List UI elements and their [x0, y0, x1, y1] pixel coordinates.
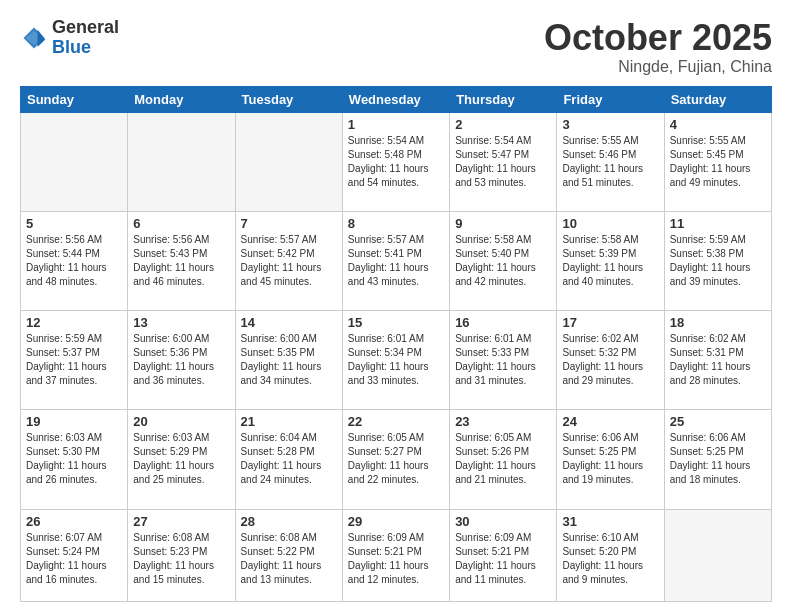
calendar-cell	[21, 112, 128, 211]
calendar-cell: 25Sunrise: 6:06 AM Sunset: 5:25 PM Dayli…	[664, 410, 771, 509]
calendar-week-row: 26Sunrise: 6:07 AM Sunset: 5:24 PM Dayli…	[21, 509, 772, 601]
day-number: 14	[241, 315, 337, 330]
calendar-cell: 1Sunrise: 5:54 AM Sunset: 5:48 PM Daylig…	[342, 112, 449, 211]
weekday-header-thursday: Thursday	[450, 86, 557, 112]
day-info: Sunrise: 5:59 AM Sunset: 5:38 PM Dayligh…	[670, 233, 766, 289]
day-number: 27	[133, 514, 229, 529]
day-number: 25	[670, 414, 766, 429]
calendar-cell: 12Sunrise: 5:59 AM Sunset: 5:37 PM Dayli…	[21, 311, 128, 410]
day-info: Sunrise: 5:59 AM Sunset: 5:37 PM Dayligh…	[26, 332, 122, 388]
header: General Blue October 2025 Ningde, Fujian…	[20, 18, 772, 76]
day-info: Sunrise: 6:09 AM Sunset: 5:21 PM Dayligh…	[455, 531, 551, 587]
day-info: Sunrise: 6:08 AM Sunset: 5:22 PM Dayligh…	[241, 531, 337, 587]
day-number: 10	[562, 216, 658, 231]
day-number: 24	[562, 414, 658, 429]
calendar-week-row: 12Sunrise: 5:59 AM Sunset: 5:37 PM Dayli…	[21, 311, 772, 410]
day-number: 23	[455, 414, 551, 429]
calendar-cell	[664, 509, 771, 601]
day-number: 11	[670, 216, 766, 231]
weekday-header-saturday: Saturday	[664, 86, 771, 112]
day-number: 7	[241, 216, 337, 231]
day-number: 31	[562, 514, 658, 529]
day-info: Sunrise: 6:02 AM Sunset: 5:32 PM Dayligh…	[562, 332, 658, 388]
logo: General Blue	[20, 18, 119, 58]
calendar-cell: 27Sunrise: 6:08 AM Sunset: 5:23 PM Dayli…	[128, 509, 235, 601]
calendar-week-row: 5Sunrise: 5:56 AM Sunset: 5:44 PM Daylig…	[21, 211, 772, 310]
weekday-header-monday: Monday	[128, 86, 235, 112]
day-info: Sunrise: 5:56 AM Sunset: 5:44 PM Dayligh…	[26, 233, 122, 289]
calendar-cell: 17Sunrise: 6:02 AM Sunset: 5:32 PM Dayli…	[557, 311, 664, 410]
day-number: 20	[133, 414, 229, 429]
day-info: Sunrise: 6:00 AM Sunset: 5:35 PM Dayligh…	[241, 332, 337, 388]
calendar-cell: 10Sunrise: 5:58 AM Sunset: 5:39 PM Dayli…	[557, 211, 664, 310]
calendar-week-row: 19Sunrise: 6:03 AM Sunset: 5:30 PM Dayli…	[21, 410, 772, 509]
calendar-cell: 28Sunrise: 6:08 AM Sunset: 5:22 PM Dayli…	[235, 509, 342, 601]
calendar-cell: 4Sunrise: 5:55 AM Sunset: 5:45 PM Daylig…	[664, 112, 771, 211]
calendar-cell: 13Sunrise: 6:00 AM Sunset: 5:36 PM Dayli…	[128, 311, 235, 410]
day-info: Sunrise: 6:01 AM Sunset: 5:33 PM Dayligh…	[455, 332, 551, 388]
logo-general-text: General	[52, 18, 119, 38]
day-info: Sunrise: 5:58 AM Sunset: 5:40 PM Dayligh…	[455, 233, 551, 289]
day-number: 13	[133, 315, 229, 330]
day-number: 16	[455, 315, 551, 330]
calendar-cell: 14Sunrise: 6:00 AM Sunset: 5:35 PM Dayli…	[235, 311, 342, 410]
weekday-header-row: SundayMondayTuesdayWednesdayThursdayFrid…	[21, 86, 772, 112]
calendar-cell	[235, 112, 342, 211]
day-info: Sunrise: 5:54 AM Sunset: 5:47 PM Dayligh…	[455, 134, 551, 190]
logo-text: General Blue	[52, 18, 119, 58]
svg-marker-2	[38, 29, 46, 46]
day-number: 28	[241, 514, 337, 529]
logo-icon	[20, 24, 48, 52]
day-info: Sunrise: 5:55 AM Sunset: 5:45 PM Dayligh…	[670, 134, 766, 190]
calendar-cell: 8Sunrise: 5:57 AM Sunset: 5:41 PM Daylig…	[342, 211, 449, 310]
calendar-cell: 5Sunrise: 5:56 AM Sunset: 5:44 PM Daylig…	[21, 211, 128, 310]
day-info: Sunrise: 6:02 AM Sunset: 5:31 PM Dayligh…	[670, 332, 766, 388]
calendar-week-row: 1Sunrise: 5:54 AM Sunset: 5:48 PM Daylig…	[21, 112, 772, 211]
day-info: Sunrise: 6:05 AM Sunset: 5:27 PM Dayligh…	[348, 431, 444, 487]
calendar-cell: 19Sunrise: 6:03 AM Sunset: 5:30 PM Dayli…	[21, 410, 128, 509]
day-number: 9	[455, 216, 551, 231]
day-number: 4	[670, 117, 766, 132]
day-number: 5	[26, 216, 122, 231]
day-number: 12	[26, 315, 122, 330]
calendar-cell: 29Sunrise: 6:09 AM Sunset: 5:21 PM Dayli…	[342, 509, 449, 601]
calendar-cell: 3Sunrise: 5:55 AM Sunset: 5:46 PM Daylig…	[557, 112, 664, 211]
day-info: Sunrise: 6:03 AM Sunset: 5:29 PM Dayligh…	[133, 431, 229, 487]
day-info: Sunrise: 6:07 AM Sunset: 5:24 PM Dayligh…	[26, 531, 122, 587]
day-number: 22	[348, 414, 444, 429]
day-number: 6	[133, 216, 229, 231]
day-number: 19	[26, 414, 122, 429]
day-info: Sunrise: 5:57 AM Sunset: 5:41 PM Dayligh…	[348, 233, 444, 289]
calendar-cell: 26Sunrise: 6:07 AM Sunset: 5:24 PM Dayli…	[21, 509, 128, 601]
day-number: 1	[348, 117, 444, 132]
calendar-cell: 15Sunrise: 6:01 AM Sunset: 5:34 PM Dayli…	[342, 311, 449, 410]
calendar-cell: 18Sunrise: 6:02 AM Sunset: 5:31 PM Dayli…	[664, 311, 771, 410]
day-info: Sunrise: 6:06 AM Sunset: 5:25 PM Dayligh…	[670, 431, 766, 487]
day-info: Sunrise: 6:04 AM Sunset: 5:28 PM Dayligh…	[241, 431, 337, 487]
day-info: Sunrise: 6:08 AM Sunset: 5:23 PM Dayligh…	[133, 531, 229, 587]
calendar-cell: 2Sunrise: 5:54 AM Sunset: 5:47 PM Daylig…	[450, 112, 557, 211]
calendar-cell: 11Sunrise: 5:59 AM Sunset: 5:38 PM Dayli…	[664, 211, 771, 310]
day-info: Sunrise: 6:09 AM Sunset: 5:21 PM Dayligh…	[348, 531, 444, 587]
title-block: October 2025 Ningde, Fujian, China	[544, 18, 772, 76]
location: Ningde, Fujian, China	[544, 58, 772, 76]
calendar-cell: 9Sunrise: 5:58 AM Sunset: 5:40 PM Daylig…	[450, 211, 557, 310]
calendar-table: SundayMondayTuesdayWednesdayThursdayFrid…	[20, 86, 772, 602]
month-title: October 2025	[544, 18, 772, 58]
calendar-cell	[128, 112, 235, 211]
calendar-cell: 16Sunrise: 6:01 AM Sunset: 5:33 PM Dayli…	[450, 311, 557, 410]
day-info: Sunrise: 5:58 AM Sunset: 5:39 PM Dayligh…	[562, 233, 658, 289]
day-info: Sunrise: 5:56 AM Sunset: 5:43 PM Dayligh…	[133, 233, 229, 289]
calendar-cell: 20Sunrise: 6:03 AM Sunset: 5:29 PM Dayli…	[128, 410, 235, 509]
weekday-header-wednesday: Wednesday	[342, 86, 449, 112]
weekday-header-friday: Friday	[557, 86, 664, 112]
day-number: 26	[26, 514, 122, 529]
calendar-cell: 31Sunrise: 6:10 AM Sunset: 5:20 PM Dayli…	[557, 509, 664, 601]
day-number: 2	[455, 117, 551, 132]
day-info: Sunrise: 5:54 AM Sunset: 5:48 PM Dayligh…	[348, 134, 444, 190]
calendar-cell: 24Sunrise: 6:06 AM Sunset: 5:25 PM Dayli…	[557, 410, 664, 509]
day-info: Sunrise: 6:01 AM Sunset: 5:34 PM Dayligh…	[348, 332, 444, 388]
calendar-cell: 30Sunrise: 6:09 AM Sunset: 5:21 PM Dayli…	[450, 509, 557, 601]
calendar-cell: 6Sunrise: 5:56 AM Sunset: 5:43 PM Daylig…	[128, 211, 235, 310]
day-info: Sunrise: 6:00 AM Sunset: 5:36 PM Dayligh…	[133, 332, 229, 388]
